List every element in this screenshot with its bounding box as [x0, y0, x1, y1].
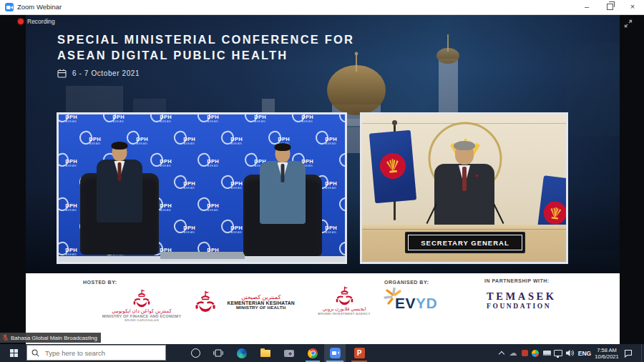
zoom-webinar-window: SPECIAL MINISTERIAL CONFERENCE FOR ASEAN… — [0, 14, 644, 344]
powerpoint-button[interactable]: P — [348, 344, 370, 362]
dph-asean-logo: DPHASEAN — [197, 197, 219, 215]
recording-dot-icon — [18, 19, 24, 24]
window-titlebar: Zoom Webinar – × — [0, 0, 644, 15]
action-center-button[interactable] — [622, 344, 635, 362]
show-desktop-button[interactable] — [641, 344, 644, 362]
camera-icon — [284, 350, 294, 357]
dph-asean-logo: DPHASEAN — [150, 114, 172, 126]
edge-button[interactable] — [231, 344, 253, 362]
arabic-name: كمنترين كواڠن دان ايكونومي — [92, 308, 192, 314]
file-explorer-button[interactable] — [255, 344, 276, 362]
brunei-crest-icon — [195, 290, 215, 313]
clock-time: 7:58 AM — [597, 347, 617, 353]
dph-asean-logo: DPHASEAN — [174, 220, 195, 237]
touch-keyboard-button[interactable] — [541, 344, 552, 362]
dph-asean-logo: DPHASEAN — [174, 175, 195, 192]
dph-asean-logo: DPHASEAN — [339, 197, 345, 215]
secretary-general-figure — [431, 143, 497, 229]
latin-subname: MINISTRY OF HEALTH — [227, 305, 295, 309]
logo-ministry-of-health: كمنترين كصيحتن KEMENTERIAN KESIHATAN MIN… — [187, 290, 295, 313]
dph-asean-logo: DPHASEAN — [221, 131, 243, 148]
red-app-icon — [522, 350, 528, 356]
search-input[interactable] — [44, 348, 161, 358]
lapel-pin — [476, 175, 478, 177]
recording-label: Recording — [27, 18, 55, 25]
task-view-button[interactable] — [208, 344, 229, 362]
cortana-icon — [191, 348, 200, 358]
logo-brunei-investment-agency: ايجنسي ڤلابورن بروني BRUNEI INVESTMENT A… — [305, 286, 384, 315]
seated-minister-left — [80, 142, 159, 255]
edge-icon — [237, 348, 247, 358]
latin-subname: BRUNEI DARUSSALAM — [92, 319, 192, 323]
dph-asean-logo: DPHASEAN — [221, 175, 243, 192]
pinwheel-icon — [532, 350, 539, 357]
studio-table — [160, 252, 245, 259]
minimize-button[interactable]: – — [575, 0, 598, 14]
webinar-stage: SPECIAL MINISTERIAL CONFERENCE FOR ASEAN… — [26, 14, 620, 344]
zoom-app-button-active[interactable] — [324, 344, 346, 362]
powerpoint-icon: P — [354, 348, 365, 358]
camera-app-button[interactable] — [278, 344, 300, 362]
face — [455, 143, 474, 165]
interpretation-language-chip: Bahasa Global Main Broadcasting — [0, 333, 101, 343]
dph-asean-logo: DPHASEAN — [59, 153, 77, 170]
video-tile-secretary-general[interactable]: SECRETARY GENERAL — [360, 112, 568, 264]
volume-button[interactable] — [564, 344, 575, 362]
speaker-icon — [565, 349, 575, 357]
recording-indicator: Recording — [18, 18, 55, 25]
face — [112, 143, 127, 161]
dph-asean-logo: DPHASEAN — [103, 114, 125, 126]
network-button[interactable] — [552, 344, 564, 362]
foundation-wordmark: FOUNDATION — [487, 302, 557, 310]
taskbar-search[interactable] — [26, 345, 166, 361]
clock-date: 10/6/2021 — [595, 353, 618, 360]
windows-taskbar: P ☁ ENG 7:58 AM 10/6/2021 — [0, 344, 644, 362]
start-button[interactable] — [4, 344, 24, 362]
tray-app-red-button[interactable] — [519, 344, 530, 362]
tray-expand-button[interactable] — [497, 344, 507, 362]
video-tile-ministers[interactable]: DPHASEANDPHASEANDPHASEANDPHASEANDPHASEAN… — [57, 112, 347, 264]
logo-evyd: EVYD — [384, 288, 448, 316]
organised-by-label: ORGANISED BY: — [384, 280, 429, 285]
close-button[interactable]: × — [621, 0, 644, 14]
chrome-button[interactable] — [302, 344, 323, 362]
fullscreen-expand-button[interactable] — [623, 18, 637, 32]
asean-flag-left — [369, 130, 416, 204]
asean-flag-circle — [379, 152, 406, 180]
conference-title-line2: ASEAN DIGITAL PUBLIC HEALTH — [57, 47, 354, 63]
arabic-name: ايجنسي ڤلابورن بروني — [305, 306, 384, 312]
brunei-crest-icon — [336, 286, 353, 306]
event-date: 6 - 7 October 2021 — [72, 69, 140, 77]
latin-name: BRUNEI INVESTMENT AGENCY — [305, 312, 384, 315]
network-icon — [554, 350, 562, 356]
dph-asean-logo: DPHASEAN — [197, 153, 219, 170]
chevron-up-icon — [499, 351, 504, 357]
expand-arrows-icon — [623, 18, 634, 29]
evyd-wordmark-yd: YD — [416, 295, 437, 311]
logo-temasek-foundation: TEMASEK FOUNDATION — [487, 290, 557, 310]
task-view-icon — [213, 349, 223, 357]
nameplate-text: SECRETARY GENERAL — [421, 239, 509, 247]
conference-title-line1: SPECIAL MINISTERIAL CONFERENCE FOR — [57, 31, 354, 47]
restore-icon — [607, 4, 613, 10]
nameplate: SECRETARY GENERAL — [405, 232, 525, 253]
restore-button[interactable] — [598, 0, 621, 14]
temasek-wordmark: TEMASEK — [487, 290, 557, 302]
dph-asean-logo: DPHASEAN — [59, 197, 77, 215]
brunei-crest-icon — [133, 289, 150, 308]
tray-app-color-button[interactable] — [530, 344, 540, 362]
language-indicator[interactable]: ENG — [575, 344, 594, 362]
muted-mic-icon — [2, 334, 9, 341]
asean-flag-circle — [542, 200, 568, 226]
cortana-button[interactable] — [185, 344, 206, 362]
cloud-icon: ☁ — [509, 348, 517, 358]
calendar-icon — [57, 69, 67, 78]
zoom-app-icon — [5, 3, 14, 11]
zoom-icon — [330, 348, 341, 358]
tie — [281, 164, 285, 182]
hosted-by-label: HOSTED BY: — [83, 280, 117, 285]
window-title: Zoom Webinar — [17, 0, 62, 14]
onedrive-tray-button[interactable]: ☁ — [507, 344, 519, 362]
search-icon — [31, 349, 39, 357]
clock[interactable]: 7:58 AM 10/6/2021 — [593, 344, 620, 362]
